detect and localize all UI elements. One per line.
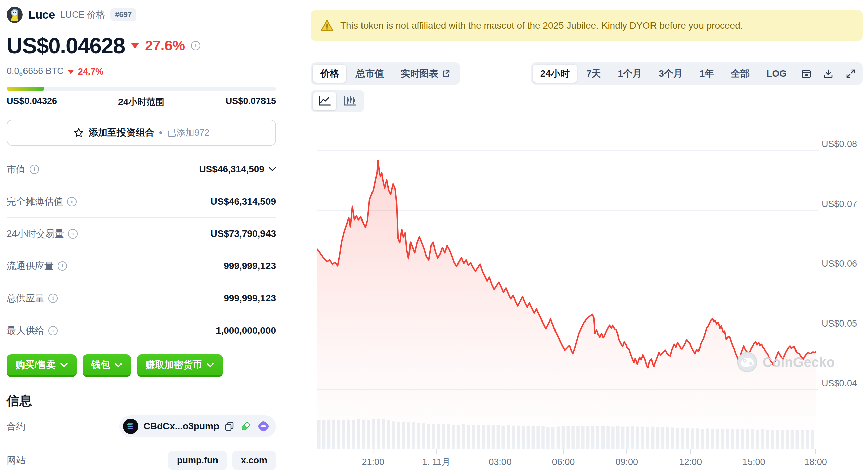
coin-sidebar: Luce LUCE 价格 #697 US$0.04628 27.6% i 0.0… <box>0 0 293 471</box>
stat-value: US$73,790,943 <box>211 229 276 239</box>
range-24h[interactable]: 24小时 <box>533 64 577 83</box>
website-label: 网站 <box>7 454 26 467</box>
tab-market-cap[interactable]: 总市值 <box>348 64 391 83</box>
website-link-pumpfun[interactable]: pump.fun <box>168 450 227 470</box>
stat-row-fdv: 完全摊薄估值i US$46,314,509 <box>7 185 276 218</box>
y-axis-label: US$0.06 <box>822 259 857 269</box>
website-link-xcom[interactable]: x.com <box>232 450 276 470</box>
range-progress-fill <box>7 87 44 91</box>
stat-row-market-cap: 市值i US$46,314,509 <box>7 153 276 185</box>
stat-value: 999,999,123 <box>223 293 276 304</box>
info-icon[interactable]: i <box>30 165 39 174</box>
tab-live-chart[interactable]: 实时图表 <box>393 64 458 83</box>
stat-label: 最大供给 <box>7 324 44 337</box>
range-labels: US$0.04326 24小时范围 US$0.07815 <box>7 96 276 108</box>
candlestick-chart-toggle[interactable] <box>338 92 362 110</box>
pill-icon[interactable] <box>239 420 252 433</box>
chevron-down-icon[interactable] <box>269 167 276 171</box>
range-all[interactable]: 全部 <box>723 64 757 83</box>
chart-panel: This token is not affiliated with the ma… <box>293 0 868 471</box>
phantom-icon[interactable] <box>257 420 270 433</box>
download-icon <box>823 68 834 79</box>
range-label: 24小时范围 <box>118 96 164 108</box>
range-1m[interactable]: 1个月 <box>611 64 650 83</box>
time-range-tabs: 24小时 7天 1个月 3个月 1年 全部 LOG <box>531 62 863 85</box>
stat-row-circulating-supply: 流通供应量i 999,999,123 <box>7 250 276 282</box>
stat-row-max-supply: 最大供给i 1,000,000,000 <box>7 315 276 346</box>
portfolio-label: 添加至投资组合 <box>89 126 154 139</box>
price-row: US$0.04628 27.6% i <box>7 33 276 58</box>
x-axis-label: 12:00 <box>679 457 702 467</box>
chart-type-toggle <box>311 90 364 112</box>
coin-detail-page: Luce LUCE 价格 #697 US$0.04628 27.6% i 0.0… <box>0 0 868 471</box>
candlestick-chart-icon <box>343 95 357 107</box>
price-area-fill <box>317 160 816 448</box>
info-icon[interactable]: i <box>48 326 58 335</box>
y-axis-label: US$0.07 <box>822 199 857 209</box>
contract-pill[interactable]: CBdCx...o3pump <box>120 415 276 437</box>
add-to-portfolio-button[interactable]: 添加至投资组合 • 已添加972 <box>7 120 276 146</box>
stat-label: 总供应量 <box>7 292 44 305</box>
stat-label: 市值 <box>7 163 26 176</box>
info-icon[interactable]: i <box>67 197 76 206</box>
action-buttons: 购买/售卖 钱包 赚取加密货币 <box>7 354 276 377</box>
fullscreen-icon <box>845 68 856 79</box>
wallet-button[interactable]: 钱包 <box>83 354 131 377</box>
warning-text: This token is not affiliated with the ma… <box>340 20 743 31</box>
chevron-down-icon <box>60 363 68 367</box>
info-section-title: 信息 <box>7 392 276 410</box>
stat-value: US$46,314,509 <box>211 196 276 207</box>
calendar-icon <box>801 68 812 79</box>
star-icon <box>73 127 84 138</box>
coin-logo <box>7 7 23 23</box>
coin-name: Luce <box>28 8 55 22</box>
btc-price-row: 0.066656 BTC 24.7% <box>7 66 276 78</box>
chart-tabs: 价格 总市值 实时图表 <box>311 62 460 85</box>
chart-toolbar: 价格 总市值 实时图表 24小时 7天 1个月 3个月 1年 全部 LOG <box>311 62 863 85</box>
x-axis-label: 18:00 <box>804 457 827 467</box>
coin-price-label: LUCE 价格 <box>60 9 105 21</box>
range-1y[interactable]: 1年 <box>692 64 722 83</box>
contract-row: 合约 CBdCx...o3pump <box>7 410 276 443</box>
x-axis-label: 21:00 <box>362 457 385 467</box>
x-axis-label: 06:00 <box>552 457 575 467</box>
info-icon[interactable]: i <box>68 229 78 238</box>
coin-rank-badge: #697 <box>111 8 136 21</box>
info-icon[interactable]: i <box>58 261 67 271</box>
range-3m[interactable]: 3个月 <box>651 64 690 83</box>
coin-header: Luce LUCE 价格 #697 <box>7 7 276 23</box>
info-icon[interactable]: i <box>48 294 58 303</box>
y-axis-label: US$0.05 <box>822 319 857 329</box>
download-button[interactable] <box>818 64 838 83</box>
external-link-icon <box>442 69 451 78</box>
fullscreen-button[interactable] <box>840 64 861 83</box>
price-info-icon[interactable]: i <box>191 41 200 50</box>
stat-label: 完全摊薄估值 <box>7 195 63 208</box>
calendar-button[interactable] <box>796 64 816 83</box>
btc-change-percent: 24.7% <box>78 66 104 77</box>
buy-sell-button[interactable]: 购买/售卖 <box>7 354 76 377</box>
y-axis-label: US$0.08 <box>822 139 857 149</box>
btc-price: 0.066656 BTC <box>7 66 64 78</box>
stat-row-volume: 24小时交易量i US$73,790,943 <box>7 218 276 250</box>
tab-price[interactable]: 价格 <box>313 64 346 83</box>
earn-crypto-button[interactable]: 赚取加密货币 <box>137 354 223 377</box>
x-axis-label: 09:00 <box>615 457 638 467</box>
copy-icon[interactable] <box>224 421 234 431</box>
range-log[interactable]: LOG <box>759 64 794 83</box>
contract-label: 合约 <box>7 420 26 433</box>
portfolio-added-count: 已添加972 <box>167 127 210 139</box>
line-chart-toggle[interactable] <box>313 92 336 110</box>
price-down-triangle-icon <box>131 43 139 49</box>
range-7d[interactable]: 7天 <box>579 64 609 83</box>
x-axis-label: 1. 11月 <box>422 457 451 467</box>
price-change-percent: 27.6% <box>145 38 185 54</box>
contract-address: CBdCx...o3pump <box>143 421 219 432</box>
price-chart-canvas[interactable]: US$0.08US$0.07US$0.06US$0.05US$0.0421:00… <box>311 129 863 468</box>
stat-value: US$46,314,509 <box>199 164 265 175</box>
range-low: US$0.04326 <box>7 96 57 108</box>
stat-value: 999,999,123 <box>223 261 276 271</box>
range-progress-bar <box>7 87 276 91</box>
x-axis-label: 15:00 <box>742 457 765 467</box>
stat-label: 流通供应量 <box>7 260 54 272</box>
